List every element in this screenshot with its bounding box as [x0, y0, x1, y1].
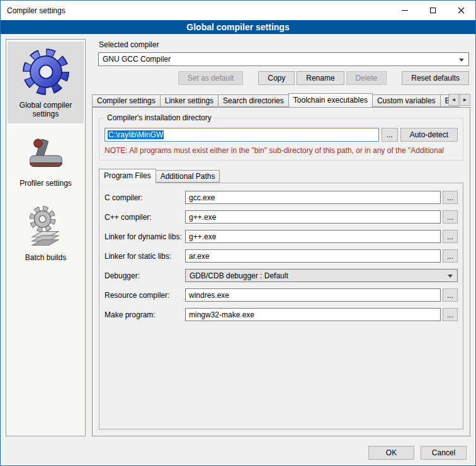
dynamic-linker-value: g++.exe [189, 232, 216, 241]
tab-scroll-left-button[interactable]: ◄ [448, 94, 459, 106]
minimize-button[interactable] [390, 1, 419, 20]
cpp-compiler-input[interactable]: g++.exe [185, 210, 441, 224]
dynamic-linker-browse-button[interactable]: ... [443, 230, 458, 243]
sidebar-item-label: Global compiler settings [9, 101, 82, 118]
installation-directory-input[interactable]: C:\raylib\MinGW [105, 128, 379, 142]
sidebar-item-label: Profiler settings [9, 179, 82, 188]
installation-directory-group-title: Compiler's installation directory [105, 113, 214, 122]
sidebar-item-label: Batch builds [9, 253, 82, 262]
make-program-value: mingw32-make.exe [189, 310, 254, 319]
dialog-footer: OK Cancel [1, 441, 475, 465]
window-title: Compiler settings [1, 6, 390, 15]
resource-compiler-label: Resource compiler: [105, 291, 185, 300]
maximize-button[interactable] [419, 1, 447, 20]
cancel-button[interactable]: Cancel [421, 446, 467, 460]
arrow-left-icon: ◄ [451, 97, 456, 103]
dialog-header: Global compiler settings [1, 20, 475, 34]
auto-detect-button[interactable]: Auto-detect [400, 128, 458, 142]
c-compiler-value: gcc.exe [189, 193, 215, 202]
debugger-label: Debugger: [105, 271, 185, 280]
debugger-row: Debugger: GDB/CDB debugger : Default [105, 269, 458, 282]
settings-category-list: Global compiler settings Profiler settin… [6, 39, 86, 436]
c-compiler-browse-button[interactable]: ... [443, 191, 458, 204]
dynamic-linker-label: Linker for dynamic libs: [105, 232, 185, 241]
program-files-panel: C compiler: gcc.exe ... C++ compiler: g+… [99, 183, 463, 429]
sidebar-item-global-compiler-settings[interactable]: Global compiler settings [8, 42, 84, 123]
tab-scroll-buttons: ◄ ► [448, 94, 470, 106]
tab-linker-settings[interactable]: Linker settings [160, 94, 218, 107]
dynamic-linker-row: Linker for dynamic libs: g++.exe ... [105, 230, 458, 243]
tab-program-files[interactable]: Program Files [99, 169, 156, 183]
sidebar-item-batch-builds[interactable]: Batch builds [8, 200, 84, 267]
resource-compiler-browse-button[interactable]: ... [443, 288, 458, 302]
cpp-compiler-row: C++ compiler: g++.exe ... [105, 210, 458, 224]
minimize-icon [402, 10, 408, 11]
toolchain-executables-panel: Compiler's installation directory C:\ray… [92, 107, 470, 436]
dynamic-linker-input[interactable]: g++.exe [185, 230, 441, 243]
compiler-select-section: Selected compiler GNU GCC Compiler Set a… [98, 39, 469, 85]
main-panel: Selected compiler GNU GCC Compiler Set a… [92, 39, 470, 436]
titlebar: Compiler settings [1, 1, 475, 20]
compiler-combobox[interactable]: GNU GCC Compiler [98, 52, 469, 66]
static-linker-browse-button[interactable]: ... [443, 249, 458, 263]
make-program-label: Make program: [105, 310, 185, 319]
tab-scroll-right-button[interactable]: ► [460, 94, 470, 106]
c-compiler-row: C compiler: gcc.exe ... [105, 191, 458, 204]
dialog-body: Global compiler settings Profiler settin… [1, 34, 475, 441]
make-program-browse-button[interactable]: ... [443, 308, 458, 321]
tab-search-directories[interactable]: Search directories [218, 94, 289, 107]
c-compiler-input[interactable]: gcc.exe [185, 191, 441, 204]
compiler-settings-window: Compiler settings Global compiler settin… [0, 0, 476, 466]
installation-directory-row: C:\raylib\MinGW ... Auto-detect [105, 128, 458, 142]
copy-button[interactable]: Copy [258, 71, 295, 85]
make-program-row: Make program: mingw32-make.exe ... [105, 308, 458, 321]
rename-button[interactable]: Rename [297, 71, 344, 85]
maximize-icon [430, 8, 436, 13]
static-linker-input[interactable]: ar.exe [185, 249, 441, 263]
debugger-select[interactable]: GDB/CDB debugger : Default [185, 269, 458, 282]
reset-defaults-button[interactable]: Reset defaults [402, 71, 469, 85]
installation-directory-selected-text: C:\raylib\MinGW [108, 130, 164, 139]
close-button[interactable] [447, 1, 475, 20]
tab-additional-paths[interactable]: Additional Paths [156, 170, 220, 183]
c-compiler-label: C compiler: [105, 193, 185, 202]
chevron-down-icon [448, 275, 453, 278]
cpp-compiler-browse-button[interactable]: ... [443, 210, 458, 224]
compiler-buttons-row: Set as default Copy Rename Delete Reset … [98, 71, 469, 85]
close-icon [458, 7, 465, 14]
tab-compiler-settings[interactable]: Compiler settings [92, 94, 161, 107]
cpp-compiler-value: g++.exe [189, 213, 216, 222]
resource-compiler-value: windres.exe [189, 291, 229, 300]
arrow-right-icon: ► [463, 97, 468, 103]
ok-button[interactable]: OK [368, 446, 414, 460]
tab-toolchain-executables[interactable]: Toolchain executables [288, 93, 373, 107]
program-files-tab-strip: Program Files Additional Paths [99, 169, 463, 183]
settings-tab-strip: Compiler settings Linker settings Search… [92, 93, 470, 107]
make-program-input[interactable]: mingw32-make.exe [185, 308, 441, 321]
installation-directory-browse-button[interactable]: ... [382, 128, 398, 142]
delete-button[interactable]: Delete [346, 71, 387, 85]
bin-subdirectory-note: NOTE: All programs must exist either in … [105, 146, 458, 155]
debugger-value: GDB/CDB debugger : Default [190, 271, 288, 280]
chevron-down-icon [459, 59, 464, 62]
sidebar-item-profiler-settings[interactable]: Profiler settings [8, 131, 84, 193]
selected-compiler-label: Selected compiler [99, 40, 469, 49]
resource-compiler-input[interactable]: windres.exe [185, 288, 441, 302]
tab-custom-variables[interactable]: Custom variables [372, 94, 441, 107]
plane-tool-icon [25, 136, 67, 175]
cpp-compiler-label: C++ compiler: [105, 213, 185, 222]
static-linker-value: ar.exe [189, 252, 210, 261]
compiler-combobox-value: GNU GCC Compiler [103, 55, 171, 64]
static-linker-row: Linker for static libs: ar.exe ... [105, 249, 458, 263]
gear-stack-icon [23, 205, 69, 249]
static-linker-label: Linker for static libs: [105, 252, 185, 261]
gear-blue-icon [21, 47, 71, 97]
resource-compiler-row: Resource compiler: windres.exe ... [105, 288, 458, 302]
installation-directory-groupbox: Compiler's installation directory C:\ray… [99, 118, 463, 161]
set-as-default-button[interactable]: Set as default [178, 71, 243, 85]
